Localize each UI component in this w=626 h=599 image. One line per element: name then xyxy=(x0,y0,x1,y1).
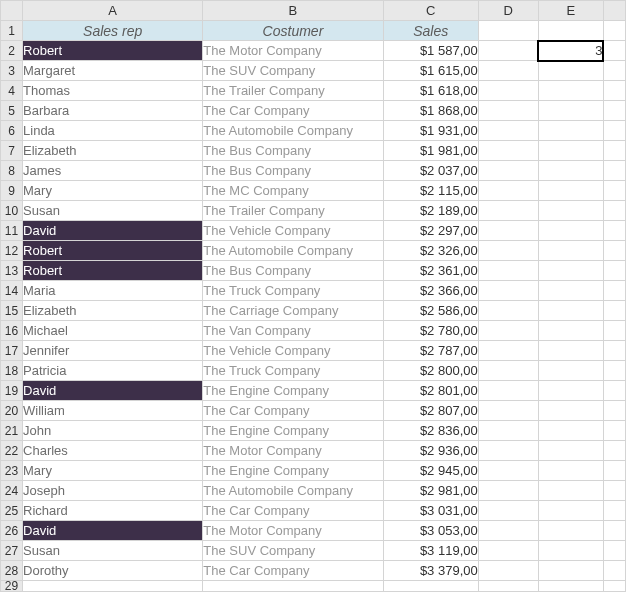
cell-E28[interactable] xyxy=(538,561,603,581)
cell-costumer[interactable]: The SUV Company xyxy=(203,61,383,81)
cell-E8[interactable] xyxy=(538,161,603,181)
cell-sales-rep[interactable]: Maria xyxy=(23,281,203,301)
cell-partial[interactable] xyxy=(603,561,625,581)
cell-costumer[interactable]: The Van Company xyxy=(203,321,383,341)
cell-partial[interactable] xyxy=(603,441,625,461)
cell-costumer[interactable]: The Vehicle Company xyxy=(203,221,383,241)
cell-E11[interactable] xyxy=(538,221,603,241)
cell-empty[interactable] xyxy=(478,121,538,141)
row-header-1[interactable]: 1 xyxy=(1,21,23,41)
cell-partial[interactable] xyxy=(603,81,625,101)
cell-sales[interactable]: $2 326,00 xyxy=(383,241,478,261)
cell-E3[interactable] xyxy=(538,61,603,81)
cell-sales-rep[interactable]: Mary xyxy=(23,461,203,481)
cell-costumer[interactable]: The Automobile Company xyxy=(203,481,383,501)
cell-partial[interactable] xyxy=(603,61,625,81)
cell-sales-rep[interactable]: Charles xyxy=(23,441,203,461)
cell-sales[interactable]: $2 936,00 xyxy=(383,441,478,461)
cell-costumer[interactable]: The Truck Company xyxy=(203,361,383,381)
cell-partial[interactable] xyxy=(603,181,625,201)
cell-E26[interactable] xyxy=(538,521,603,541)
col-header-D[interactable]: D xyxy=(478,1,538,21)
cell-partial[interactable] xyxy=(603,381,625,401)
cell-empty[interactable] xyxy=(478,521,538,541)
cell-E7[interactable] xyxy=(538,141,603,161)
cell-E20[interactable] xyxy=(538,401,603,421)
cell-E15[interactable] xyxy=(538,301,603,321)
cell-sales-rep[interactable]: David xyxy=(23,521,203,541)
cell-sales-rep[interactable]: Robert xyxy=(23,261,203,281)
cell-sales-rep[interactable]: Richard xyxy=(23,501,203,521)
cell-E4[interactable] xyxy=(538,81,603,101)
cell-sales[interactable]: $2 189,00 xyxy=(383,201,478,221)
col-header-partial[interactable] xyxy=(603,1,625,21)
cell-costumer[interactable]: The Trailer Company xyxy=(203,201,383,221)
cell-sales-rep[interactable]: Jennifer xyxy=(23,341,203,361)
cell-sales[interactable]: $2 115,00 xyxy=(383,181,478,201)
cell-F1[interactable] xyxy=(603,21,625,41)
cell-sales-rep[interactable]: John xyxy=(23,421,203,441)
row-header[interactable]: 27 xyxy=(1,541,23,561)
cell-E13[interactable] xyxy=(538,261,603,281)
cell-costumer[interactable]: The Car Company xyxy=(203,401,383,421)
cell-costumer[interactable]: The Engine Company xyxy=(203,421,383,441)
cell-partial[interactable] xyxy=(603,401,625,421)
row-header[interactable]: 24 xyxy=(1,481,23,501)
cell-sales[interactable]: $2 801,00 xyxy=(383,381,478,401)
cell-sales[interactable]: $3 031,00 xyxy=(383,501,478,521)
cell-empty[interactable] xyxy=(478,561,538,581)
cell-partial[interactable] xyxy=(603,361,625,381)
cell-sales[interactable]: $1 868,00 xyxy=(383,101,478,121)
cell-empty[interactable] xyxy=(478,461,538,481)
cell-sales-rep[interactable]: James xyxy=(23,161,203,181)
cell-partial[interactable] xyxy=(603,341,625,361)
cell-sales-rep[interactable]: Robert xyxy=(23,241,203,261)
cell-costumer[interactable]: The SUV Company xyxy=(203,541,383,561)
cell-costumer[interactable]: The Vehicle Company xyxy=(203,341,383,361)
cell-sales-rep[interactable]: Joseph xyxy=(23,481,203,501)
cell-costumer[interactable]: The Car Company xyxy=(203,561,383,581)
row-header[interactable]: 3 xyxy=(1,61,23,81)
row-header[interactable]: 20 xyxy=(1,401,23,421)
cell-sales-rep[interactable]: Margaret xyxy=(23,61,203,81)
row-header[interactable]: 25 xyxy=(1,501,23,521)
col-header-C[interactable]: C xyxy=(383,1,478,21)
cell-empty[interactable] xyxy=(478,401,538,421)
cell-partial[interactable] xyxy=(603,201,625,221)
cell-empty[interactable] xyxy=(478,261,538,281)
cell-partial[interactable] xyxy=(603,501,625,521)
cell-partial[interactable] xyxy=(603,281,625,301)
cell-E24[interactable] xyxy=(538,481,603,501)
cell-empty[interactable] xyxy=(478,161,538,181)
cell-E21[interactable] xyxy=(538,421,603,441)
selected-cell[interactable]: 3 xyxy=(538,41,603,61)
cell-sales-rep[interactable]: William xyxy=(23,401,203,421)
row-header[interactable]: 18 xyxy=(1,361,23,381)
cell-costumer[interactable]: The Motor Company xyxy=(203,441,383,461)
cell-sales[interactable]: $2 945,00 xyxy=(383,461,478,481)
cell-sales-rep[interactable]: Michael xyxy=(23,321,203,341)
row-header[interactable]: 5 xyxy=(1,101,23,121)
cell-sales-rep[interactable]: Elizabeth xyxy=(23,301,203,321)
cell-sales[interactable]: $2 780,00 xyxy=(383,321,478,341)
cell-costumer[interactable]: The Carriage Company xyxy=(203,301,383,321)
cell-costumer[interactable]: The Trailer Company xyxy=(203,81,383,101)
cell-partial[interactable] xyxy=(603,321,625,341)
cell-partial[interactable] xyxy=(603,521,625,541)
cell-E6[interactable] xyxy=(538,121,603,141)
cell-empty[interactable] xyxy=(478,61,538,81)
cell-sales-rep[interactable]: Barbara xyxy=(23,101,203,121)
cell-sales-rep[interactable]: Linda xyxy=(23,121,203,141)
cell-sales[interactable]: $1 615,00 xyxy=(383,61,478,81)
cell-sales[interactable]: $2 361,00 xyxy=(383,261,478,281)
cell-empty[interactable] xyxy=(603,581,625,592)
cell-sales[interactable]: $2 366,00 xyxy=(383,281,478,301)
cell-sales[interactable]: $3 053,00 xyxy=(383,521,478,541)
cell-partial[interactable] xyxy=(603,261,625,281)
header-sales-rep[interactable]: Sales rep xyxy=(23,21,203,41)
cell-costumer[interactable]: The Car Company xyxy=(203,101,383,121)
cell-partial[interactable] xyxy=(603,421,625,441)
cell-empty[interactable] xyxy=(478,541,538,561)
cell-empty[interactable] xyxy=(478,281,538,301)
cell-empty[interactable] xyxy=(478,321,538,341)
